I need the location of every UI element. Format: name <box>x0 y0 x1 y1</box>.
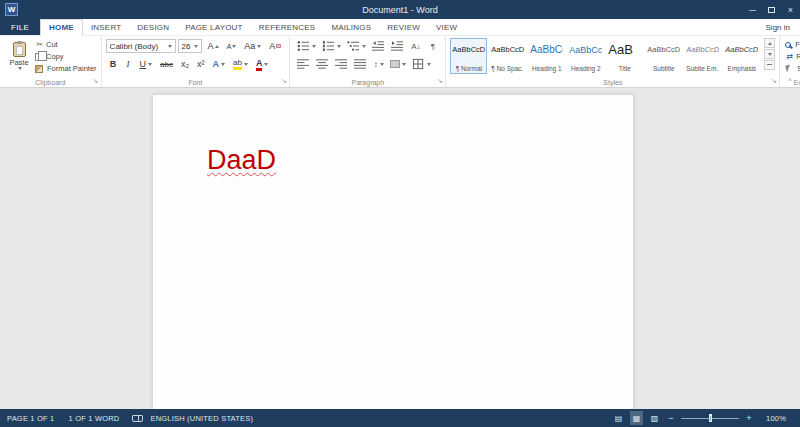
word-logo-icon[interactable]: W <box>5 3 18 16</box>
style-subtitle[interactable]: AaBbCcD Subtitle <box>645 38 682 74</box>
ribbon-tab-row: FILE HOME INSERT DESIGN PAGE LAYOUT REFE… <box>0 19 800 36</box>
font-size-select[interactable]: 26 <box>178 39 202 53</box>
styles-scroll-up-button[interactable] <box>764 38 775 48</box>
bold-button[interactable]: B <box>107 57 120 71</box>
style-no-spacing[interactable]: AaBbCcDc ¶ No Spac... <box>489 38 526 74</box>
style-preview: AaBbCcD <box>725 40 758 60</box>
paste-button[interactable]: Paste <box>4 38 34 74</box>
sign-in-button[interactable]: Sign in <box>756 19 800 35</box>
copy-button[interactable]: Copy <box>34 51 97 62</box>
word-count[interactable]: 1 OF 1 WORD <box>62 414 127 423</box>
zoom-slider[interactable] <box>681 418 739 419</box>
tab-review[interactable]: REVIEW <box>379 19 428 35</box>
style-preview: AaBbCcDc <box>491 40 524 60</box>
dropdown-arrow-icon <box>362 45 366 48</box>
zoom-out-button[interactable]: − <box>666 413 676 423</box>
superscript-button[interactable]: x² <box>194 57 208 71</box>
line-spacing-button[interactable]: ↕ <box>371 57 386 71</box>
bullets-button[interactable] <box>295 39 318 53</box>
clear-formatting-button[interactable]: A <box>266 39 284 53</box>
increase-indent-button[interactable] <box>389 39 406 53</box>
clipboard-dialog-launcher[interactable]: ↘ <box>91 77 100 86</box>
language-indicator[interactable]: ENGLISH (UNITED STATES) <box>143 414 260 423</box>
tab-page-layout[interactable]: PAGE LAYOUT <box>177 19 250 35</box>
highlight-label: ab <box>233 58 242 70</box>
style-name: Heading 2 <box>569 65 602 73</box>
tab-home[interactable]: HOME <box>40 19 83 36</box>
cut-button[interactable]: ✂ Cut <box>34 39 97 50</box>
paragraph-dialog-launcher[interactable]: ↘ <box>435 77 444 86</box>
show-formatting-marks-button[interactable]: ¶ <box>425 39 440 53</box>
grow-font-button[interactable]: A <box>205 39 222 53</box>
style-title[interactable]: AaB Title <box>606 38 643 74</box>
minimize-button[interactable]: ─ <box>743 0 762 19</box>
font-color-button[interactable]: A <box>253 57 272 71</box>
style-subtle-emphasis[interactable]: AaBbCcD Subtle Em... <box>684 38 721 74</box>
close-button[interactable]: × <box>781 0 800 19</box>
align-center-icon <box>316 58 329 70</box>
restore-button[interactable] <box>762 0 781 19</box>
tab-file[interactable]: FILE <box>0 19 40 35</box>
document-page[interactable]: DaaD <box>152 94 634 409</box>
clipboard-group-label: Clipboard <box>0 79 101 86</box>
styles-dialog-launcher[interactable]: ↘ <box>769 77 778 86</box>
restore-icon <box>768 7 775 13</box>
proofing-book-icon[interactable] <box>132 415 143 422</box>
read-mode-button[interactable]: ▤ <box>612 411 625 425</box>
ribbon: Paste ✂ Cut Copy Format Painter Clipboar… <box>0 36 800 88</box>
page-count[interactable]: PAGE 1 OF 1 <box>0 414 62 423</box>
shrink-font-button[interactable]: A <box>224 39 240 53</box>
font-dialog-launcher[interactable]: ↘ <box>279 77 288 86</box>
zoom-slider-thumb[interactable] <box>709 414 712 422</box>
italic-button[interactable]: I <box>122 57 135 71</box>
tab-references[interactable]: REFERENCES <box>251 19 324 35</box>
replace-button[interactable]: ⇄ Replace <box>784 51 800 62</box>
align-left-button[interactable] <box>295 57 312 71</box>
find-button[interactable]: Find <box>784 39 800 50</box>
select-button[interactable]: Select <box>784 63 800 74</box>
format-painter-button[interactable]: Format Painter <box>34 63 97 74</box>
tab-mailings[interactable]: MAILINGS <box>323 19 379 35</box>
change-case-button[interactable]: Aa <box>241 39 264 53</box>
subscript-button[interactable]: x₂ <box>178 57 192 71</box>
style-name: ¶ Normal <box>452 65 485 73</box>
borders-icon <box>412 58 425 70</box>
zoom-in-button[interactable]: + <box>744 413 754 423</box>
dropdown-arrow-icon <box>194 45 198 48</box>
borders-button[interactable] <box>410 57 433 71</box>
window-controls: ─ × <box>743 0 800 19</box>
tab-design[interactable]: DESIGN <box>129 19 177 35</box>
shrink-font-label: A <box>227 43 232 50</box>
align-right-button[interactable] <box>333 57 350 71</box>
text-effects-button[interactable]: A <box>210 57 229 71</box>
document-text[interactable]: DaaD <box>207 145 276 176</box>
style-heading-2[interactable]: AaBbCcE Heading 2 <box>567 38 604 74</box>
cut-label: Cut <box>46 40 58 49</box>
print-layout-button[interactable]: ▦ <box>630 411 643 425</box>
web-layout-button[interactable]: ▨ <box>648 411 661 425</box>
numbering-button[interactable] <box>320 39 343 53</box>
style-emphasis[interactable]: AaBbCcD Emphasis <box>723 38 760 74</box>
align-center-button[interactable] <box>314 57 331 71</box>
paragraph-group-label: Paragraph <box>290 79 445 86</box>
sort-button[interactable]: A↓ <box>408 39 423 53</box>
justify-button[interactable] <box>352 57 369 71</box>
styles-gallery-more-button[interactable] <box>764 60 775 70</box>
decrease-indent-button[interactable] <box>370 39 387 53</box>
underline-button[interactable]: U <box>137 57 156 71</box>
zoom-level[interactable]: 100% <box>759 414 793 423</box>
format-painter-label: Format Painter <box>47 64 97 73</box>
highlight-button[interactable]: ab <box>230 57 251 71</box>
style-heading-1[interactable]: AaBbC( Heading 1 <box>528 38 565 74</box>
multilevel-list-button[interactable] <box>345 39 368 53</box>
tab-insert[interactable]: INSERT <box>83 19 129 35</box>
styles-scroll-down-button[interactable] <box>764 49 775 59</box>
font-name-select[interactable]: Calibri (Body) <box>106 39 176 53</box>
collapse-ribbon-button[interactable]: ^ <box>783 76 797 85</box>
strikethrough-button[interactable]: abc <box>157 57 176 71</box>
tab-view[interactable]: VIEW <box>428 19 465 35</box>
shading-button[interactable] <box>388 57 408 71</box>
decrease-indent-icon <box>372 40 385 52</box>
multilevel-list-icon <box>347 40 360 52</box>
style-normal[interactable]: AaBbCcDc ¶ Normal <box>450 38 487 74</box>
